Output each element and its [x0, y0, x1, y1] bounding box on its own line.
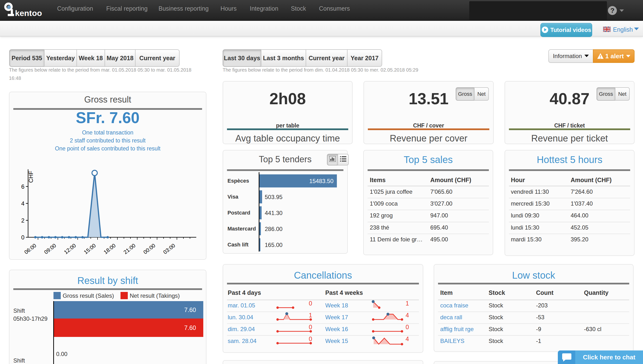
svg-text:15:00: 15:00: [83, 242, 97, 256]
svg-text:03:00: 03:00: [162, 242, 176, 256]
svg-text:18:00: 18:00: [103, 242, 117, 256]
svg-text:CHF: CHF: [28, 171, 34, 182]
svg-text:21:00: 21:00: [123, 242, 137, 256]
svg-text:00:00: 00:00: [142, 242, 157, 256]
svg-text:2: 2: [21, 217, 25, 224]
svg-text:12:00: 12:00: [63, 242, 77, 256]
svg-text:4: 4: [21, 200, 25, 207]
svg-text:09:00: 09:00: [43, 242, 57, 256]
svg-text:06:00: 06:00: [23, 242, 38, 256]
svg-text:6: 6: [21, 183, 25, 190]
svg-text:0: 0: [21, 234, 25, 241]
svg-text:kentoo: kentoo: [15, 8, 42, 18]
